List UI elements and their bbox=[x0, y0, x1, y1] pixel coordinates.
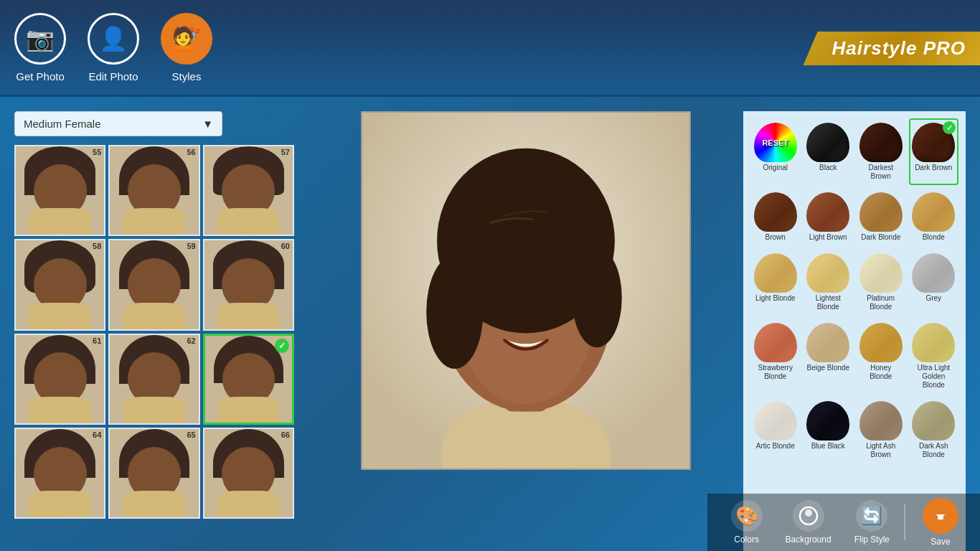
color-brown[interactable]: Brown bbox=[750, 188, 801, 246]
main-content: Medium Female ▼ 55 56 bbox=[0, 97, 980, 551]
nav-get-photo-label: Get Photo bbox=[16, 70, 65, 83]
color-darkest-brown[interactable]: Darkest Brown bbox=[856, 118, 906, 185]
color-dark-blonde[interactable]: Dark Blonde bbox=[856, 188, 906, 246]
style-num-64: 64 bbox=[93, 430, 101, 439]
color-row-2: Brown Light Brown Dark Blonde Blonde bbox=[750, 188, 958, 246]
nav-styles[interactable]: 💇 Styles bbox=[161, 13, 212, 83]
toolbar-colors[interactable]: 🎨 Colors bbox=[720, 494, 774, 550]
color-artic-blonde[interactable]: Artic Blonde bbox=[750, 397, 801, 463]
black-swatch bbox=[806, 123, 849, 162]
style-num-60: 60 bbox=[281, 242, 290, 250]
color-honey-label: Honey Blonde bbox=[859, 364, 903, 381]
flip-icon: 🔄 bbox=[856, 500, 887, 532]
style-item-60[interactable]: 60 bbox=[203, 239, 294, 330]
nav-edit-photo-label: Edit Photo bbox=[88, 70, 138, 83]
color-beige-blonde[interactable]: Beige Blonde bbox=[804, 319, 854, 394]
style-num-66: 66 bbox=[281, 430, 290, 439]
toolbar-flip-style[interactable]: 🔄 Flip Style bbox=[843, 494, 901, 550]
photo-frame bbox=[361, 111, 691, 470]
chevron-down-icon: ▼ bbox=[202, 118, 213, 130]
colors-icon: 🎨 bbox=[731, 500, 763, 532]
selected-checkmark: ✓ bbox=[275, 339, 289, 353]
color-grey-label: Grey bbox=[925, 294, 941, 303]
color-blue-black[interactable]: Blue Black bbox=[804, 397, 854, 463]
toolbar-items: 🎨 Colors Background 🔄 Flip Style bbox=[720, 492, 973, 551]
styles-panel: Medium Female ▼ 55 56 bbox=[0, 97, 308, 551]
color-lightest-blonde[interactable]: Lightest Blonde bbox=[804, 249, 854, 316]
style-item-66[interactable]: 66 bbox=[203, 428, 294, 519]
style-item-63[interactable]: ✓ bbox=[203, 334, 294, 425]
style-item-62[interactable]: 62 bbox=[108, 334, 199, 425]
color-ultra-light-golden[interactable]: Ultra Light Golden Blonde bbox=[909, 319, 959, 394]
color-artic-label: Artic Blonde bbox=[756, 442, 795, 451]
person-icon: 👤 bbox=[88, 13, 139, 65]
color-light-ash-brown-label: Light Ash Brown bbox=[859, 442, 903, 459]
color-grey[interactable]: Grey bbox=[909, 249, 959, 316]
background-icon bbox=[793, 500, 824, 532]
nav-edit-photo[interactable]: 👤 Edit Photo bbox=[88, 13, 139, 83]
beige-swatch bbox=[806, 323, 849, 362]
colors-panel: RESET Original Black Darkest Brown ✓ Dar… bbox=[743, 111, 966, 551]
color-honey-blonde[interactable]: Honey Blonde bbox=[856, 319, 906, 394]
dark-blonde-swatch bbox=[859, 192, 903, 232]
color-dark-brown[interactable]: ✓ Dark Brown bbox=[909, 118, 959, 185]
style-num-59: 59 bbox=[187, 242, 195, 250]
style-num-57: 57 bbox=[281, 148, 290, 156]
nav-styles-label: Styles bbox=[172, 70, 202, 83]
preview-panel bbox=[308, 97, 743, 551]
grey-swatch bbox=[912, 253, 955, 293]
camera-icon: 📷 bbox=[14, 13, 66, 65]
header: 📷 Get Photo 👤 Edit Photo 💇 Styles Hairst… bbox=[0, 0, 980, 97]
style-item-64[interactable]: 64 bbox=[14, 428, 105, 519]
color-blue-black-label: Blue Black bbox=[811, 442, 845, 451]
color-dark-ash-blonde-label: Dark Ash Blonde bbox=[912, 442, 956, 459]
color-dark-ash-blonde[interactable]: Dark Ash Blonde bbox=[909, 397, 959, 463]
nav-get-photo[interactable]: 📷 Get Photo bbox=[14, 13, 66, 83]
svg-point-13 bbox=[805, 509, 812, 517]
color-beige-label: Beige Blonde bbox=[807, 364, 850, 372]
style-item-58[interactable]: 58 bbox=[14, 239, 105, 330]
color-brown-label: Brown bbox=[765, 233, 786, 242]
hairstyle-icon: 💇 bbox=[161, 13, 212, 65]
blonde-swatch bbox=[912, 192, 955, 232]
color-black-label: Black bbox=[819, 164, 837, 172]
color-light-brown[interactable]: Light Brown bbox=[804, 188, 854, 246]
style-item-56[interactable]: 56 bbox=[108, 145, 199, 236]
color-original[interactable]: RESET Original bbox=[750, 118, 801, 185]
style-item-61[interactable]: 61 bbox=[14, 334, 105, 425]
brand-logo: Hairstyle PRO bbox=[779, 0, 980, 97]
color-light-ash-brown[interactable]: Light Ash Brown bbox=[856, 397, 906, 463]
save-icon bbox=[923, 498, 958, 534]
style-item-55[interactable]: 55 bbox=[14, 145, 105, 236]
ultra-light-swatch bbox=[912, 323, 955, 362]
color-platinum-blonde[interactable]: Platinum Blonde bbox=[856, 249, 906, 316]
style-category-dropdown[interactable]: Medium Female ▼ bbox=[14, 111, 222, 136]
style-item-59[interactable]: 59 bbox=[108, 239, 199, 330]
color-lightest-blonde-label: Lightest Blonde bbox=[806, 294, 851, 311]
artic-swatch bbox=[754, 401, 797, 441]
dark-ash-blonde-swatch bbox=[912, 401, 955, 441]
color-dark-blonde-label: Dark Blonde bbox=[861, 233, 900, 242]
strawberry-swatch bbox=[754, 323, 797, 362]
svg-rect-15 bbox=[938, 517, 943, 519]
blue-black-swatch bbox=[806, 401, 849, 441]
toolbar-background[interactable]: Background bbox=[774, 494, 843, 550]
light-brown-swatch bbox=[806, 192, 849, 232]
style-num-55: 55 bbox=[93, 148, 101, 156]
color-row-3: Light Blonde Lightest Blonde Platinum Bl… bbox=[750, 249, 958, 316]
color-darkest-brown-label: Darkest Brown bbox=[859, 164, 903, 181]
style-item-65[interactable]: 65 bbox=[108, 428, 199, 519]
toolbar-save[interactable]: Save bbox=[908, 492, 973, 551]
color-blonde[interactable]: Blonde bbox=[909, 188, 959, 246]
svg-point-11 bbox=[572, 248, 621, 348]
color-black[interactable]: Black bbox=[804, 118, 854, 185]
toolbar-divider bbox=[904, 504, 905, 540]
brand-title: Hairstyle PRO bbox=[804, 32, 980, 65]
style-item-57[interactable]: 57 bbox=[203, 145, 294, 236]
color-light-blonde[interactable]: Light Blonde bbox=[750, 249, 801, 316]
style-num-61: 61 bbox=[93, 336, 101, 345]
color-strawberry-blonde[interactable]: Strawberry Blonde bbox=[750, 319, 801, 394]
light-ash-brown-swatch bbox=[859, 401, 903, 441]
color-row-5: Artic Blonde Blue Black Light Ash Brown … bbox=[750, 397, 958, 463]
color-original-label: Original bbox=[763, 164, 788, 172]
